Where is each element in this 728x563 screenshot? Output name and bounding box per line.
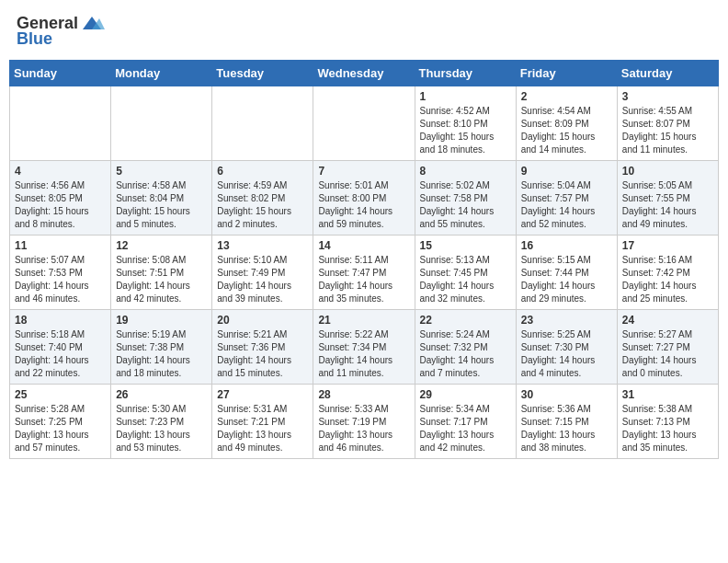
calendar-cell-1-1 <box>10 86 111 161</box>
day-info: Sunrise: 5:07 AM Sunset: 7:53 PM Dayligh… <box>15 254 106 305</box>
calendar-week-3: 11Sunrise: 5:07 AM Sunset: 7:53 PM Dayli… <box>10 236 719 310</box>
day-number: 24 <box>622 314 713 327</box>
day-info: Sunrise: 5:27 AM Sunset: 7:27 PM Dayligh… <box>622 328 713 380</box>
day-info: Sunrise: 5:01 AM Sunset: 8:00 PM Dayligh… <box>318 179 409 231</box>
day-info: Sunrise: 5:31 AM Sunset: 7:21 PM Dayligh… <box>217 403 308 454</box>
calendar-header-row: SundayMondayTuesdayWednesdayThursdayFrid… <box>10 61 719 86</box>
day-number: 14 <box>318 239 409 252</box>
logo-icon <box>79 13 105 33</box>
day-number: 26 <box>116 388 207 401</box>
calendar-cell-1-2 <box>111 86 212 161</box>
col-header-monday: Monday <box>111 61 212 86</box>
day-info: Sunrise: 5:33 AM Sunset: 7:19 PM Dayligh… <box>318 403 409 454</box>
calendar-cell-2-1: 4Sunrise: 4:56 AM Sunset: 8:05 PM Daylig… <box>10 161 111 236</box>
day-number: 6 <box>217 165 308 178</box>
calendar-cell-5-3: 27Sunrise: 5:31 AM Sunset: 7:21 PM Dayli… <box>212 385 313 459</box>
calendar-cell-1-5: 1Sunrise: 4:52 AM Sunset: 8:10 PM Daylig… <box>415 86 516 161</box>
day-info: Sunrise: 5:36 AM Sunset: 7:15 PM Dayligh… <box>521 403 612 454</box>
day-info: Sunrise: 5:13 AM Sunset: 7:45 PM Dayligh… <box>420 254 511 305</box>
col-header-friday: Friday <box>516 61 617 86</box>
calendar-cell-4-6: 23Sunrise: 5:25 AM Sunset: 7:30 PM Dayli… <box>516 310 617 385</box>
day-number: 10 <box>622 165 713 178</box>
day-info: Sunrise: 5:11 AM Sunset: 7:47 PM Dayligh… <box>318 254 409 305</box>
calendar-cell-4-7: 24Sunrise: 5:27 AM Sunset: 7:27 PM Dayli… <box>617 310 718 385</box>
calendar-cell-2-5: 8Sunrise: 5:02 AM Sunset: 7:58 PM Daylig… <box>415 161 516 236</box>
day-info: Sunrise: 5:28 AM Sunset: 7:25 PM Dayligh… <box>15 403 106 454</box>
logo: General Blue <box>17 13 106 49</box>
calendar-cell-3-5: 15Sunrise: 5:13 AM Sunset: 7:45 PM Dayli… <box>415 236 516 310</box>
calendar-cell-5-2: 26Sunrise: 5:30 AM Sunset: 7:23 PM Dayli… <box>111 385 212 459</box>
calendar-cell-5-1: 25Sunrise: 5:28 AM Sunset: 7:25 PM Dayli… <box>10 385 111 459</box>
day-info: Sunrise: 5:10 AM Sunset: 7:49 PM Dayligh… <box>217 254 308 305</box>
day-number: 4 <box>15 165 106 178</box>
day-number: 18 <box>15 314 106 327</box>
calendar-cell-2-7: 10Sunrise: 5:05 AM Sunset: 7:55 PM Dayli… <box>617 161 718 236</box>
calendar-cell-3-2: 12Sunrise: 5:08 AM Sunset: 7:51 PM Dayli… <box>111 236 212 310</box>
calendar-cell-3-3: 13Sunrise: 5:10 AM Sunset: 7:49 PM Dayli… <box>212 236 313 310</box>
day-info: Sunrise: 4:58 AM Sunset: 8:04 PM Dayligh… <box>116 179 207 231</box>
calendar-cell-4-3: 20Sunrise: 5:21 AM Sunset: 7:36 PM Dayli… <box>212 310 313 385</box>
day-info: Sunrise: 5:16 AM Sunset: 7:42 PM Dayligh… <box>622 254 713 305</box>
day-number: 27 <box>217 388 308 401</box>
day-number: 28 <box>318 388 409 401</box>
day-number: 15 <box>420 239 511 252</box>
col-header-sunday: Sunday <box>10 61 111 86</box>
day-info: Sunrise: 4:54 AM Sunset: 8:09 PM Dayligh… <box>521 105 612 156</box>
day-number: 25 <box>15 388 106 401</box>
calendar-cell-2-4: 7Sunrise: 5:01 AM Sunset: 8:00 PM Daylig… <box>313 161 415 236</box>
calendar-cell-1-3 <box>212 86 313 161</box>
calendar-week-2: 4Sunrise: 4:56 AM Sunset: 8:05 PM Daylig… <box>10 161 719 236</box>
day-info: Sunrise: 5:18 AM Sunset: 7:40 PM Dayligh… <box>15 328 106 380</box>
day-number: 3 <box>622 90 713 103</box>
calendar-cell-1-7: 3Sunrise: 4:55 AM Sunset: 8:07 PM Daylig… <box>617 86 718 161</box>
col-header-wednesday: Wednesday <box>313 61 415 86</box>
day-info: Sunrise: 5:24 AM Sunset: 7:32 PM Dayligh… <box>420 328 511 380</box>
col-header-thursday: Thursday <box>415 61 516 86</box>
calendar-week-4: 18Sunrise: 5:18 AM Sunset: 7:40 PM Dayli… <box>10 310 719 385</box>
day-info: Sunrise: 5:21 AM Sunset: 7:36 PM Dayligh… <box>217 328 308 380</box>
calendar-cell-1-4 <box>313 86 415 161</box>
day-info: Sunrise: 4:55 AM Sunset: 8:07 PM Dayligh… <box>622 105 713 156</box>
calendar-cell-4-5: 22Sunrise: 5:24 AM Sunset: 7:32 PM Dayli… <box>415 310 516 385</box>
day-number: 2 <box>521 90 612 103</box>
calendar-week-5: 25Sunrise: 5:28 AM Sunset: 7:25 PM Dayli… <box>10 385 719 459</box>
day-number: 13 <box>217 239 308 252</box>
calendar-cell-5-5: 29Sunrise: 5:34 AM Sunset: 7:17 PM Dayli… <box>415 385 516 459</box>
calendar-cell-3-7: 17Sunrise: 5:16 AM Sunset: 7:42 PM Dayli… <box>617 236 718 310</box>
day-number: 22 <box>420 314 511 327</box>
col-header-tuesday: Tuesday <box>212 61 313 86</box>
day-info: Sunrise: 4:59 AM Sunset: 8:02 PM Dayligh… <box>217 179 308 231</box>
day-info: Sunrise: 5:19 AM Sunset: 7:38 PM Dayligh… <box>116 328 207 380</box>
day-info: Sunrise: 5:05 AM Sunset: 7:55 PM Dayligh… <box>622 179 713 231</box>
page-header: General Blue <box>9 9 719 52</box>
day-info: Sunrise: 5:34 AM Sunset: 7:17 PM Dayligh… <box>420 403 511 454</box>
day-number: 29 <box>420 388 511 401</box>
calendar-cell-4-2: 19Sunrise: 5:19 AM Sunset: 7:38 PM Dayli… <box>111 310 212 385</box>
day-number: 17 <box>622 239 713 252</box>
day-info: Sunrise: 5:15 AM Sunset: 7:44 PM Dayligh… <box>521 254 612 305</box>
calendar-cell-2-3: 6Sunrise: 4:59 AM Sunset: 8:02 PM Daylig… <box>212 161 313 236</box>
calendar-cell-4-1: 18Sunrise: 5:18 AM Sunset: 7:40 PM Dayli… <box>10 310 111 385</box>
calendar-cell-2-2: 5Sunrise: 4:58 AM Sunset: 8:04 PM Daylig… <box>111 161 212 236</box>
day-info: Sunrise: 5:38 AM Sunset: 7:13 PM Dayligh… <box>622 403 713 454</box>
day-number: 11 <box>15 239 106 252</box>
day-number: 12 <box>116 239 207 252</box>
day-info: Sunrise: 4:56 AM Sunset: 8:05 PM Dayligh… <box>15 179 106 231</box>
calendar-cell-2-6: 9Sunrise: 5:04 AM Sunset: 7:57 PM Daylig… <box>516 161 617 236</box>
day-info: Sunrise: 5:30 AM Sunset: 7:23 PM Dayligh… <box>116 403 207 454</box>
calendar-table: SundayMondayTuesdayWednesdayThursdayFrid… <box>9 60 719 459</box>
day-info: Sunrise: 5:04 AM Sunset: 7:57 PM Dayligh… <box>521 179 612 231</box>
day-info: Sunrise: 5:02 AM Sunset: 7:58 PM Dayligh… <box>420 179 511 231</box>
calendar-week-1: 1Sunrise: 4:52 AM Sunset: 8:10 PM Daylig… <box>10 86 719 161</box>
day-number: 31 <box>622 388 713 401</box>
calendar-cell-5-6: 30Sunrise: 5:36 AM Sunset: 7:15 PM Dayli… <box>516 385 617 459</box>
calendar-cell-3-1: 11Sunrise: 5:07 AM Sunset: 7:53 PM Dayli… <box>10 236 111 310</box>
col-header-saturday: Saturday <box>617 61 718 86</box>
day-info: Sunrise: 5:22 AM Sunset: 7:34 PM Dayligh… <box>318 328 409 380</box>
day-info: Sunrise: 5:25 AM Sunset: 7:30 PM Dayligh… <box>521 328 612 380</box>
day-number: 9 <box>521 165 612 178</box>
calendar-cell-5-4: 28Sunrise: 5:33 AM Sunset: 7:19 PM Dayli… <box>313 385 415 459</box>
calendar-cell-1-6: 2Sunrise: 4:54 AM Sunset: 8:09 PM Daylig… <box>516 86 617 161</box>
day-number: 23 <box>521 314 612 327</box>
day-number: 5 <box>116 165 207 178</box>
